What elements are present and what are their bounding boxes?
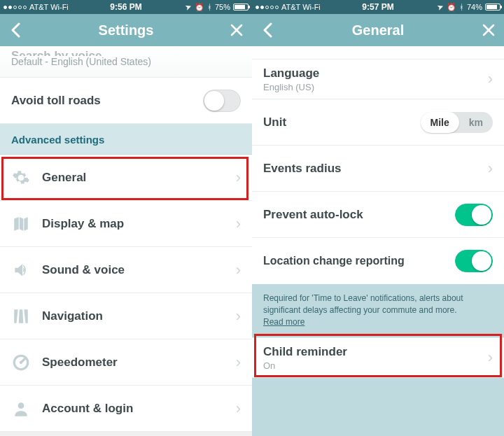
nav-bar: Settings — [0, 14, 252, 46]
battery-icon — [485, 3, 500, 10]
section-advanced: Advanced settings — [0, 124, 252, 155]
carrier-label: AT&T Wi-Fi — [281, 3, 321, 11]
location-reporting-toggle[interactable] — [455, 250, 493, 272]
chevron-right-icon: › — [230, 261, 241, 279]
screen-bg-fill — [252, 378, 504, 436]
signal-dots-icon — [255, 6, 279, 9]
clock-label: 9:56 PM — [110, 2, 141, 12]
battery-pct-label: 75% — [215, 3, 230, 11]
location-services-icon: ➤ — [436, 1, 445, 12]
page-title: General — [352, 22, 404, 38]
screen-settings: AT&T Wi-Fi 9:56 PM ➤ ⏰ ᚼ 75% Settings Se… — [0, 0, 252, 436]
status-bar: AT&T Wi-Fi 9:57 PM ➤ ⏰ ᚼ 74% — [252, 0, 504, 14]
speedometer-label: Speedometer — [42, 356, 230, 370]
unit-option-mile[interactable]: Mile — [421, 112, 459, 133]
unit-label: Unit — [263, 115, 421, 129]
language-value: English (US) — [263, 82, 482, 92]
bluetooth-icon: ᚼ — [459, 3, 464, 11]
page-title: Settings — [99, 22, 154, 38]
account-icon — [11, 399, 31, 419]
speedometer-icon — [11, 353, 31, 372]
status-bar: AT&T Wi-Fi 9:56 PM ➤ ⏰ ᚼ 75% — [0, 0, 252, 14]
chevron-right-icon: › — [230, 307, 241, 325]
chevron-right-icon: › — [482, 70, 493, 88]
prevent-autolock-toggle[interactable] — [455, 204, 493, 226]
svg-point-1 — [20, 360, 22, 363]
navigation-icon — [11, 307, 31, 326]
signal-dots-icon — [4, 6, 27, 9]
row-account-login[interactable]: Account & login › — [0, 386, 252, 432]
chevron-right-icon: › — [230, 169, 241, 187]
info-banner: Required for 'Time to Leave' notificatio… — [252, 284, 504, 337]
row-search-by-voice[interactable]: Search by voice Default - English (Unite… — [0, 46, 252, 78]
nav-bar: General — [252, 14, 504, 46]
map-icon — [11, 214, 31, 234]
alarm-icon: ⏰ — [195, 3, 204, 12]
svg-point-2 — [18, 402, 24, 409]
row-child-reminder[interactable]: Child reminder On › — [252, 337, 504, 378]
display-map-label: Display & map — [42, 217, 230, 231]
row-navigation[interactable]: Navigation › — [0, 293, 252, 339]
sound-voice-label: Sound & voice — [42, 263, 230, 277]
row-events-radius[interactable]: Events radius › — [252, 146, 504, 192]
carrier-label: AT&T Wi-Fi — [29, 3, 69, 11]
row-general[interactable]: General › — [0, 155, 252, 201]
language-label: Language — [263, 66, 482, 80]
chevron-right-icon: › — [230, 353, 241, 372]
events-radius-label: Events radius — [263, 162, 482, 176]
close-button[interactable] — [473, 14, 504, 46]
unit-option-km[interactable]: km — [459, 112, 493, 133]
account-login-label: Account & login — [42, 402, 230, 416]
avoid-tolls-toggle[interactable] — [203, 90, 241, 112]
row-unit: Unit Mile km — [252, 99, 504, 146]
prevent-autolock-label: Prevent auto-lock — [263, 208, 455, 222]
search-voice-title: Search by voice — [11, 49, 241, 56]
row-sound-voice[interactable]: Sound & voice › — [0, 247, 252, 293]
chevron-right-icon: › — [230, 215, 241, 233]
row-avoid-tolls[interactable]: Avoid toll roads — [0, 78, 252, 124]
close-button[interactable] — [221, 14, 252, 46]
back-button[interactable] — [0, 14, 31, 46]
bluetooth-icon: ᚼ — [207, 3, 212, 11]
battery-icon — [233, 3, 248, 10]
row-prevent-autolock[interactable]: Prevent auto-lock — [252, 192, 504, 238]
unit-segmented[interactable]: Mile km — [421, 112, 493, 133]
avoid-tolls-label: Avoid toll roads — [11, 94, 203, 108]
alarm-icon: ⏰ — [447, 3, 456, 12]
child-reminder-label: Child reminder — [263, 345, 482, 359]
chevron-right-icon: › — [482, 349, 493, 367]
location-reporting-label: Location change reporting — [263, 255, 455, 267]
child-reminder-value: On — [263, 360, 482, 371]
row-language[interactable]: Language English (US) › — [252, 59, 504, 99]
location-services-icon: ➤ — [184, 1, 193, 12]
back-button[interactable] — [252, 14, 283, 46]
search-voice-subtitle: Default - English (United States) — [11, 56, 241, 67]
general-label: General — [42, 171, 230, 185]
speaker-icon — [11, 260, 31, 280]
battery-pct-label: 74% — [467, 3, 482, 11]
info-text: Required for 'Time to Leave' notificatio… — [263, 293, 463, 315]
screen-general: AT&T Wi-Fi 9:57 PM ➤ ⏰ ᚼ 74% General — [252, 0, 504, 436]
row-display-map[interactable]: Display & map › — [0, 201, 252, 247]
row-location-reporting[interactable]: Location change reporting — [252, 238, 504, 284]
chevron-right-icon: › — [230, 400, 241, 418]
chevron-right-icon: › — [482, 160, 493, 178]
gear-icon — [11, 168, 31, 188]
navigation-label: Navigation — [42, 309, 230, 323]
clock-label: 9:57 PM — [362, 2, 393, 12]
read-more-link[interactable]: Read more — [263, 317, 304, 327]
row-speedometer[interactable]: Speedometer › — [0, 339, 252, 386]
